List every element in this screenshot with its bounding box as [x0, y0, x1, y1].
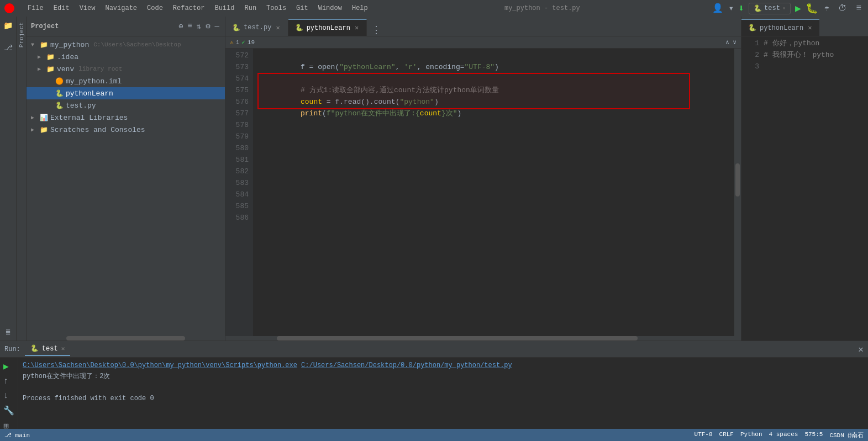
- tab-testpy[interactable]: 🐍 test.py ✕: [225, 19, 288, 36]
- tree-item-pythonlearn[interactable]: ▶ 🐍 pythonLearn: [27, 87, 225, 99]
- tab-icon: 🐍: [748, 24, 756, 32]
- bottom-panel-close-icon[interactable]: ✕: [858, 344, 864, 355]
- tree-item-ext-libs[interactable]: ▶ 📊 External Libraries: [27, 111, 225, 124]
- run-config-arrow: ▾: [782, 5, 786, 12]
- line-num: 577: [225, 108, 249, 119]
- settings-icon[interactable]: ⚙: [204, 20, 211, 32]
- menu-window[interactable]: Window: [314, 3, 346, 13]
- collapse-all-icon[interactable]: ≡: [186, 20, 193, 32]
- tab-overflow-button[interactable]: ⋮: [367, 24, 386, 36]
- tab-close-pythonlearn[interactable]: ✕: [354, 24, 360, 32]
- code-token: ): [495, 63, 499, 71]
- right-line-num: 1: [746, 38, 759, 49]
- menu-help[interactable]: Help: [348, 3, 372, 13]
- vcs-update-icon[interactable]: ⬇: [738, 2, 744, 14]
- run-scroll-down-icon[interactable]: ↓: [2, 390, 15, 402]
- tree-item-label: Scratches and Consoles: [50, 126, 145, 134]
- project-label[interactable]: Project: [18, 22, 25, 47]
- bottom-tab-bar: Run: 🐍 test ✕ ✕: [0, 341, 868, 358]
- tab-icon: 🐍: [232, 24, 240, 32]
- line-num: 584: [225, 189, 249, 200]
- sidebar-tree: ▼ 📁 my_python C:\Users\Sachsen\Desktop ▶…: [27, 36, 225, 336]
- right-code-line-1: 1 # 你好，python: [746, 38, 864, 49]
- python-exe-link[interactable]: C:\Users\Sachsen\Desktop\0.0\python\my_p…: [23, 362, 297, 369]
- status-indent[interactable]: 4 spaces: [769, 431, 798, 439]
- sort-icon[interactable]: ⇅: [196, 20, 202, 32]
- menu-git[interactable]: Git: [292, 3, 313, 13]
- sidebar-scrollbar[interactable]: [27, 336, 225, 341]
- tree-item-scratches[interactable]: ▶ 📁 Scratches and Consoles: [27, 124, 225, 136]
- editor-content: 572 573 574 575 576 577 578 579 580 581 …: [225, 49, 741, 336]
- editor-vertical-scrollbar[interactable]: [734, 49, 741, 336]
- run-button[interactable]: ▶: [795, 2, 801, 14]
- status-filetype[interactable]: Python: [740, 431, 762, 439]
- activity-structure-icon[interactable]: ≣: [2, 325, 15, 338]
- menu-tools[interactable]: Tools: [262, 3, 291, 13]
- menu-file[interactable]: File: [23, 3, 48, 13]
- menu-refactor[interactable]: Refactor: [169, 3, 209, 13]
- tab-pythonlearn[interactable]: 🐍 pythonLearn ✕: [288, 19, 367, 36]
- tree-item-testpy[interactable]: ▶ 🐍 test.py: [27, 99, 225, 111]
- code-token: , encoding=: [417, 63, 465, 71]
- activity-bar: 📁 ⎇ ≣: [0, 17, 17, 341]
- ok-count: 19: [248, 39, 255, 46]
- debug-button[interactable]: 🐛: [806, 2, 818, 14]
- expand-arrow: ▼: [31, 42, 38, 48]
- expand-arrow: ▶: [38, 54, 44, 60]
- status-encoding[interactable]: UTF-8: [695, 431, 713, 439]
- activity-commit-icon[interactable]: ⎇: [2, 41, 15, 54]
- menu-view[interactable]: View: [75, 3, 100, 13]
- tree-item-venv[interactable]: ▶ 📁 venv library root: [27, 63, 225, 75]
- code-editor[interactable]: f = open("pythonLearn", 'r', encoding="U…: [253, 49, 734, 336]
- sidebar-scroll-thumb: [66, 336, 185, 341]
- status-linesep[interactable]: CRLF: [719, 431, 734, 439]
- code-line-579: [257, 131, 730, 142]
- run-tools-icon[interactable]: 🔧: [2, 404, 15, 417]
- test-file-link[interactable]: C:/Users/Sachsen/Desktop/0.0/python/my_p…: [301, 362, 512, 369]
- right-tab-pythonlearn[interactable]: 🐍 pythonLearn ✕: [741, 19, 819, 36]
- tab-close-testpy[interactable]: ✕: [275, 24, 281, 32]
- profile-button[interactable]: ⏱: [836, 2, 849, 15]
- app-logo: [4, 3, 14, 13]
- code-token: count: [420, 109, 441, 118]
- window-title: my_python - test.py: [381, 4, 703, 12]
- activity-project-icon[interactable]: 📁: [2, 19, 15, 32]
- more-tools-button[interactable]: ≡: [854, 2, 864, 14]
- menu-navigate[interactable]: Navigate: [101, 3, 141, 13]
- new-file-icon[interactable]: ⊕: [177, 20, 184, 32]
- status-bar: ⎇ main UTF-8 CRLF Python 4 spaces 575:5 …: [0, 429, 868, 441]
- tree-item-iml[interactable]: ▶ 🟠 my_python.iml: [27, 75, 225, 87]
- editor-horizontal-scrollbar[interactable]: [225, 336, 741, 341]
- code-token: "python": [399, 98, 434, 106]
- run-config-selector[interactable]: 🐍 test ▾: [749, 3, 791, 14]
- bottom-tab-label: test: [42, 345, 58, 353]
- status-git[interactable]: ⎇ main: [4, 432, 30, 439]
- line-num: 580: [225, 142, 249, 154]
- tree-item-label: venv: [57, 65, 74, 73]
- line-num: 573: [225, 61, 249, 73]
- main-area: 📁 ⎇ ≣ Project Project ⊕ ≡ ⇅ ⚙ — ▼ 📁 my_p…: [0, 17, 868, 341]
- code-token: 'r': [404, 63, 417, 71]
- sidebar-header: Project ⊕ ≡ ⇅ ⚙ —: [27, 17, 225, 36]
- right-code-area[interactable]: 1 # 你好，python 2 # 我很开心！ pytho 3: [741, 36, 868, 341]
- tree-item-root[interactable]: ▼ 📁 my_python C:\Users\Sachsen\Desktop: [27, 39, 225, 51]
- menu-build[interactable]: Build: [210, 3, 239, 13]
- bottom-tab-close[interactable]: ✕: [61, 345, 65, 352]
- code-token: print: [301, 109, 322, 118]
- menu-run[interactable]: Run: [240, 3, 261, 13]
- account-icon[interactable]: 👤 ▾: [712, 3, 734, 14]
- run-label: Run:: [4, 346, 20, 353]
- run-play-icon[interactable]: ▶: [2, 360, 15, 373]
- menu-edit[interactable]: Edit: [49, 3, 74, 13]
- info-arrows[interactable]: ∧ ∨: [725, 39, 737, 46]
- coverage-button[interactable]: ☂: [822, 2, 832, 15]
- run-scroll-up-icon[interactable]: ↑: [2, 375, 15, 387]
- right-tab-bar: 🐍 pythonLearn ✕: [741, 17, 868, 36]
- tree-item-idea[interactable]: ▶ 📁 .idea: [27, 51, 225, 63]
- status-position[interactable]: 575:5: [804, 431, 823, 439]
- run-layout-icon[interactable]: ⊞: [2, 419, 15, 429]
- menu-code[interactable]: Code: [143, 3, 167, 13]
- bottom-tab-test[interactable]: 🐍 test ✕: [25, 343, 70, 356]
- close-sidebar-icon[interactable]: —: [214, 20, 220, 32]
- tab-close-right[interactable]: ✕: [807, 24, 813, 32]
